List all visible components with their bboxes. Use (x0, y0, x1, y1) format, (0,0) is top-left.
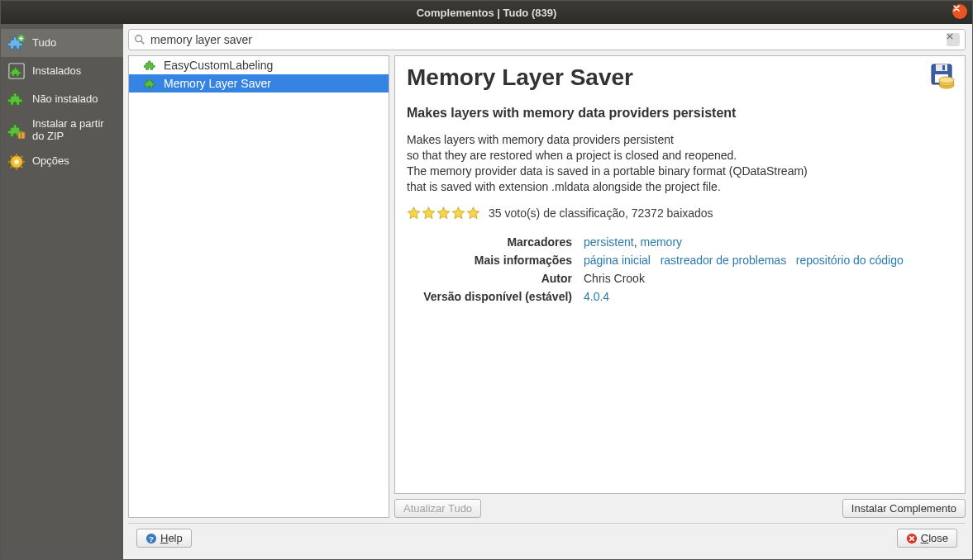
sidebar-item-label: Instalados (32, 65, 117, 78)
link-version[interactable]: 4.0.4 (584, 290, 609, 303)
link-homepage[interactable]: página inicial (584, 254, 651, 267)
tag-link-memory[interactable]: memory (640, 235, 682, 249)
svg-line-11 (21, 156, 23, 159)
meta-version-label: Versão disponível (estável) (407, 290, 572, 303)
close-button[interactable]: Close (897, 529, 957, 548)
star-icon (466, 206, 480, 221)
help-icon: ? (145, 533, 157, 544)
link-code-repo[interactable]: repositório do código (796, 254, 904, 267)
svg-line-10 (11, 165, 13, 168)
window-close-button[interactable] (952, 4, 967, 19)
link-issue-tracker[interactable]: rastreador de problemas (661, 254, 787, 267)
star-icon (436, 206, 451, 221)
svg-text:?: ? (149, 534, 154, 543)
close-button-label: Close (921, 532, 948, 544)
update-all-button[interactable]: Atualizar Tudo (394, 499, 481, 518)
plugin-description: Makes layers with memory data providers … (407, 132, 953, 195)
sidebar-item-label: Opções (32, 155, 117, 168)
sidebar-item-opcoes[interactable]: Opções (1, 148, 123, 176)
sidebar-item-instalados[interactable]: Instalados (1, 57, 123, 85)
help-button-label: Help (160, 532, 183, 544)
plugin-title: Memory Layer Saver (407, 64, 953, 91)
result-item-label: EasyCustomLabeling (164, 59, 273, 72)
puzzle-icon (144, 59, 157, 72)
content-area: EasyCustomLabeling Memory Layer Saver (128, 55, 966, 518)
svg-point-13 (136, 36, 142, 42)
meta-moreinfo-label: Mais informações (407, 254, 572, 267)
svg-line-9 (21, 165, 23, 168)
close-icon (906, 533, 918, 544)
meta-author-value: Chris Crook (584, 272, 953, 285)
plugin-manager-window: Complementos | Tudo (839) Tudo (0, 0, 973, 560)
sidebar-item-tudo[interactable]: Tudo (1, 29, 123, 57)
svg-point-21 (939, 77, 954, 83)
meta-moreinfo-value: página inicial rastreador de problemas r… (584, 254, 953, 267)
plugin-floppy-icon (930, 63, 956, 89)
clear-search-button[interactable] (947, 33, 960, 46)
sidebar-item-label: Instalar a partir do ZIP (32, 118, 117, 143)
search-bar (128, 29, 966, 50)
puzzle-plus-icon (7, 34, 26, 52)
sidebar: Tudo Instalados Não instalado (1, 24, 123, 559)
search-icon (134, 34, 145, 45)
result-item-easycustomlabeling[interactable]: EasyCustomLabeling (129, 56, 389, 74)
search-input[interactable] (150, 33, 942, 46)
meta-table: Marcadores persistent, memory Mais infor… (407, 235, 953, 303)
titlebar: Complementos | Tudo (839) (1, 1, 972, 24)
sidebar-item-instalar-zip[interactable]: Instalar a partir do ZIP (1, 113, 123, 148)
puzzle-zip-icon (7, 121, 26, 140)
sidebar-item-label: Tudo (32, 37, 117, 50)
svg-rect-17 (942, 65, 945, 70)
meta-tags-label: Marcadores (407, 235, 572, 249)
action-row: Atualizar Tudo Instalar Complemento (394, 499, 966, 518)
dialog-footer: ? Help Close (128, 523, 966, 553)
star-icon (422, 206, 436, 221)
result-item-memorylayersaver[interactable]: Memory Layer Saver (129, 74, 389, 93)
sidebar-item-nao-instalado[interactable]: Não instalado (1, 85, 123, 113)
rating-stars (407, 206, 480, 221)
rating-text: 35 voto(s) de classificação, 72372 baixa… (489, 206, 713, 220)
svg-line-8 (11, 156, 13, 159)
gear-icon (7, 153, 26, 171)
plugin-detail: Memory Layer Saver Makes layers with mem… (394, 55, 966, 494)
detail-wrap: Memory Layer Saver Makes layers with mem… (394, 55, 966, 518)
meta-author-label: Autor (407, 272, 572, 285)
meta-version-value: 4.0.4 (584, 290, 953, 303)
puzzle-icon (7, 90, 26, 108)
help-button[interactable]: ? Help (136, 529, 192, 548)
svg-line-14 (141, 41, 145, 45)
window-title: Complementos | Tudo (839) (417, 7, 557, 19)
puzzle-icon (144, 77, 157, 90)
plugin-subtitle: Makes layers with memory data providers … (407, 106, 953, 121)
result-item-label: Memory Layer Saver (164, 77, 271, 90)
install-plugin-button[interactable]: Instalar Complemento (842, 499, 966, 518)
svg-rect-16 (936, 64, 947, 71)
sidebar-item-label: Não instalado (32, 93, 117, 106)
star-icon (451, 206, 465, 221)
meta-tags-value: persistent, memory (584, 235, 953, 249)
puzzle-installed-icon (7, 62, 26, 80)
svg-point-12 (14, 159, 19, 164)
main-panel: EasyCustomLabeling Memory Layer Saver (123, 24, 972, 559)
star-icon (407, 206, 421, 221)
result-list[interactable]: EasyCustomLabeling Memory Layer Saver (128, 55, 389, 518)
tag-link-persistent[interactable]: persistent (584, 235, 634, 249)
rating-row: 35 voto(s) de classificação, 72372 baixa… (407, 206, 953, 221)
window-body: Tudo Instalados Não instalado (1, 24, 972, 559)
